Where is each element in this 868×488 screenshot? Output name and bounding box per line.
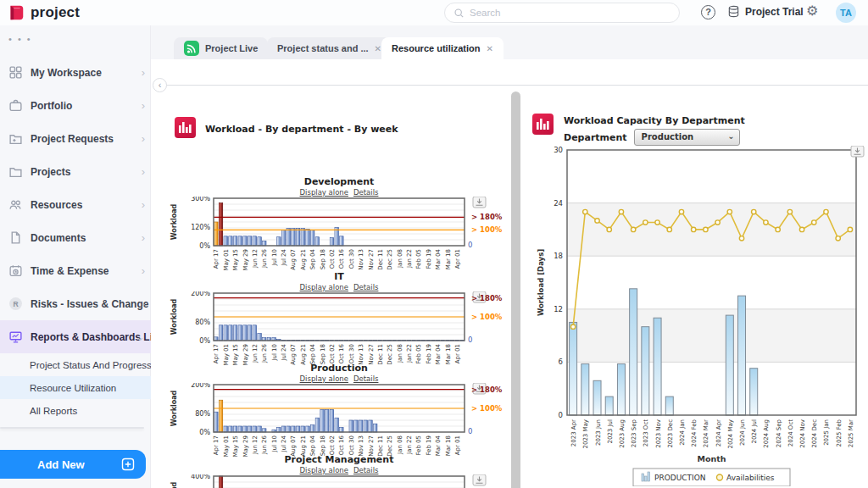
svg-text:120%: 120% [191,224,210,231]
line-marker [619,209,623,214]
collapse-panel-button[interactable]: ‹ [153,78,167,92]
svg-text:0%: 0% [199,429,210,436]
svg-text:2024 Mar: 2024 Mar [703,419,709,447]
sidebar-item-time-expense[interactable]: Time & Expense › [0,254,151,287]
tab-resource-utilization[interactable]: Resource utilization ✕ [381,37,504,59]
department-select-value: Production [642,132,694,141]
display-alone-link[interactable]: Display alone [300,283,348,291]
svg-text:80%: 80% [195,319,210,326]
sidebar-item-project-requests[interactable]: Project Requests › [0,122,151,155]
display-alone-link[interactable]: Display alone [300,188,348,197]
department-select[interactable]: Production ⌄ [634,129,740,146]
download-icon[interactable] [473,197,486,208]
details-link[interactable]: Details [353,188,378,197]
details-link[interactable]: Details [353,466,378,474]
avatar[interactable]: TA [836,3,856,23]
line-marker [667,227,671,231]
vertical-scrollbar[interactable] [511,92,520,488]
download-icon[interactable] [473,474,486,485]
help-icon[interactable]: ? [701,5,715,19]
chart-legend: PRODUCTIONAvailabilities [633,469,790,486]
svg-text:Jul 24: Jul 24 [281,343,287,361]
chevron-right-icon: › [142,198,145,211]
bar [287,426,290,432]
bar [233,325,236,341]
search-box[interactable] [444,3,680,23]
svg-text:Feb 05: Feb 05 [415,435,422,456]
bar [277,427,281,432]
chart-title: Development [168,176,510,187]
svg-text:Workload: Workload [170,298,178,335]
project-trial-button[interactable]: Project Trial [727,5,804,18]
tab-project-live[interactable]: Project Live [174,37,268,59]
sidebar-subitem-resource-utilization[interactable]: Resource Utilization [0,376,151,399]
search-input[interactable] [470,8,670,18]
sidebar-item-my-workspace[interactable]: My Workspace › [0,56,151,89]
sidebar-subitem-project-status[interactable]: Project Status And Progress [0,353,151,376]
svg-text:May 29: May 29 [242,249,249,271]
bar [593,380,601,415]
sidebar-item-resources[interactable]: Resources › [0,188,151,221]
sidebar-item-reports-dashboards[interactable]: Reports & Dashboards Lib... ⌄ [0,320,151,353]
sidebar-item-label: Resources [31,199,82,211]
svg-text:Apr 01: Apr 01 [454,344,461,363]
line-marker [631,227,635,231]
widget-header: Workload - By department - By week [175,117,398,138]
dept-chart-svg: 400%160%0%WorkloadWorkloadApr 17May 01Ma… [168,474,510,488]
close-icon[interactable]: ✕ [375,44,381,53]
tab-project-status[interactable]: Project status and ... ✕ [267,37,392,59]
svg-text:Dec 25: Dec 25 [387,435,393,457]
sidebar-item-portfolio[interactable]: Portfolio › [0,89,151,122]
overflow-dots-icon[interactable]: • • • [8,34,32,44]
bar [243,325,247,341]
bar [665,396,673,415]
briefcase-icon [8,98,23,113]
sidebar-item-label: My Workspace [31,67,102,79]
svg-text:Jun 12: Jun 12 [252,249,259,269]
add-new-button[interactable]: Add New [0,450,146,479]
display-alone-link[interactable]: Display alone [300,374,348,383]
sidebar-item-documents[interactable]: Documents › [0,221,151,254]
svg-text:Jan 22: Jan 22 [406,249,413,269]
svg-text:Jan 08: Jan 08 [397,344,403,363]
sidebar-item-risks[interactable]: R Risks - Issues & Change Re... › [0,287,151,320]
gear-icon[interactable]: ⚙ [806,3,818,19]
svg-text:2025 Mar: 2025 Mar [848,419,854,447]
svg-text:Oct 30: Oct 30 [348,249,355,269]
chevron-right-icon: › [142,231,145,244]
line-marker [704,227,708,231]
bar [369,420,372,432]
svg-text:Feb 19: Feb 19 [426,344,432,364]
bar [233,426,236,432]
svg-text:Mar 18: Mar 18 [445,249,452,269]
details-link[interactable]: Details [353,374,378,383]
bar [258,237,261,246]
display-alone-link[interactable]: Display alone [300,466,348,474]
widget-title: Workload - By department - By week [205,124,398,138]
svg-text:Apr 17: Apr 17 [213,249,220,269]
chevron-right-icon: › [142,165,145,178]
svg-text:Workload: Workload [170,390,178,426]
svg-text:Oct 02: Oct 02 [329,435,336,455]
details-link[interactable]: Details [353,283,378,291]
download-icon[interactable] [851,146,864,157]
svg-text:Oct 30: Oct 30 [348,344,355,363]
svg-text:Oct 16: Oct 16 [338,248,345,269]
sidebar-item-projects[interactable]: Projects › [0,155,151,188]
logo-text: project [31,4,80,21]
bar [373,424,376,432]
bar [263,241,266,246]
svg-text:2024 Oct: 2024 Oct [787,419,794,446]
svg-text:Mar 04: Mar 04 [435,435,442,456]
svg-text:> 100%: > 100% [471,225,503,234]
bar [296,228,299,246]
svg-text:> 180%: > 180% [471,213,503,221]
bar [233,236,236,246]
close-icon[interactable]: ✕ [487,44,493,53]
bar [292,228,295,246]
sidebar-subitem-all-reports[interactable]: All Reports [0,399,151,422]
svg-text:12: 12 [554,305,563,313]
bar [214,222,218,246]
line-marker [787,209,792,214]
chart-title: IT [168,271,510,282]
